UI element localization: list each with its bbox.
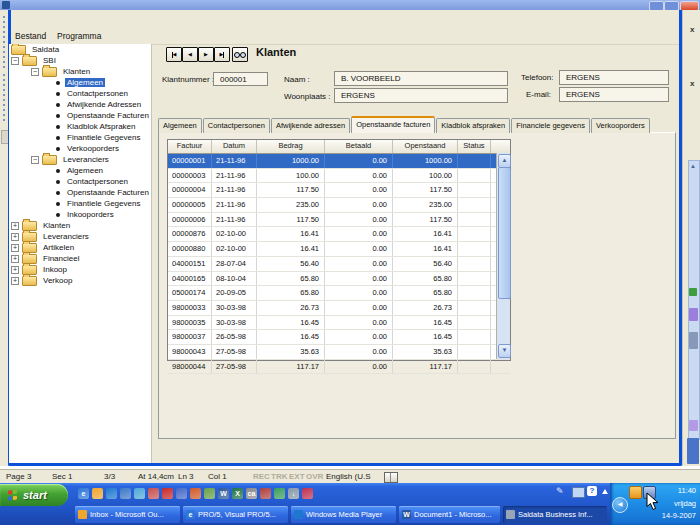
- statusbar-toggle-trk[interactable]: TRK: [271, 472, 287, 481]
- close-pane-icon[interactable]: x: [690, 26, 694, 34]
- quicklaunch-app-flag-icon[interactable]: [302, 488, 313, 499]
- tab-algemeen[interactable]: Algemeen: [158, 118, 202, 133]
- quicklaunch-word-icon[interactable]: W: [218, 488, 229, 499]
- quicklaunch-media-player-icon[interactable]: [106, 488, 117, 499]
- toolbar-handle[interactable]: [3, 16, 5, 68]
- quicklaunch-acrobat-reader-icon[interactable]: [162, 488, 173, 499]
- tab-financiele-gegevens[interactable]: Financiele gegevens: [511, 118, 590, 133]
- table-row[interactable]: 0000000421-11-96117.500.00117.50: [168, 183, 510, 198]
- quicklaunch-app-green-icon[interactable]: [204, 488, 215, 499]
- telefoon-field[interactable]: ERGENS: [559, 70, 669, 85]
- quicklaunch-internet-explorer-icon[interactable]: e: [78, 488, 89, 499]
- quicklaunch-console-icon[interactable]: ca: [246, 488, 257, 499]
- menu-bestand[interactable]: Bestand: [15, 31, 46, 41]
- column-header-betaald[interactable]: Betaald: [325, 140, 393, 153]
- quicklaunch-app-emerald-icon[interactable]: [274, 488, 285, 499]
- quicklaunch-app-red-doc-icon[interactable]: [148, 488, 159, 499]
- tree-item-verkoop[interactable]: +Verkoop: [9, 275, 151, 286]
- column-header-openstaand[interactable]: Openstaand: [393, 140, 458, 153]
- hidden-icons-arrow[interactable]: [602, 489, 608, 494]
- tab-verkooporders[interactable]: Verkooporders: [591, 118, 650, 133]
- table-row[interactable]: 0000087602-10-0016.410.0016.41: [168, 227, 510, 242]
- tree-item-sbi[interactable]: −SBI: [9, 55, 151, 66]
- tree-item-kladblok-afspraken[interactable]: Kladblok Afspraken: [9, 121, 151, 132]
- tree-item-afwijkende-adressen[interactable]: Afwijkende Adressen: [9, 99, 151, 110]
- taskbar-window-windows-media-player[interactable]: Windows Media Player: [291, 506, 396, 523]
- scroll-thumb[interactable]: [498, 167, 511, 299]
- table-row[interactable]: 0000000621-11-96117.500.00117.50: [168, 213, 510, 228]
- menu-programma[interactable]: Programma: [57, 31, 101, 41]
- expand-toggle-icon[interactable]: +: [11, 244, 19, 252]
- tree-item-openstaande-facturen[interactable]: Openstaande Facturen: [9, 110, 151, 121]
- tree-item-leveranciers[interactable]: +Leveranciers: [9, 231, 151, 242]
- taskbar-window-inbox-microsoft-ou-[interactable]: Inbox - Microsoft Ou...: [75, 506, 180, 523]
- statusbar-language[interactable]: English (U.S: [326, 472, 370, 481]
- quicklaunch-messenger-icon[interactable]: [120, 488, 131, 499]
- column-header-factuur[interactable]: Factuur: [168, 140, 212, 153]
- tray-collapse-chevron-icon[interactable]: ◀: [612, 497, 628, 513]
- quicklaunch-app-blue-icon[interactable]: [176, 488, 187, 499]
- tree-item-artikelen[interactable]: +Artikelen: [9, 242, 151, 253]
- collapse-toggle-icon[interactable]: −: [31, 156, 39, 164]
- collapse-toggle-icon[interactable]: −: [11, 57, 19, 65]
- quicklaunch-app-teal-doc-icon[interactable]: [134, 488, 145, 499]
- bg-scrollbar[interactable]: [688, 160, 700, 440]
- first-record-button[interactable]: ◀: [166, 47, 182, 62]
- naam-field[interactable]: B. VOORBEELD: [334, 71, 508, 86]
- tab-openstaande-facturen[interactable]: Openstaande facturen: [351, 116, 435, 133]
- tree-item-klanten[interactable]: −Klanten: [9, 66, 151, 77]
- tree-item-klanten[interactable]: +Klanten: [9, 220, 151, 231]
- taskbar-window-pro-5-visual-pro-5-[interactable]: ePRO/5, Visual PRO/5...: [183, 506, 288, 523]
- table-row[interactable]: 9800004427-05-98117.170.00117.17: [168, 360, 510, 375]
- previous-record-button[interactable]: ◀: [182, 47, 198, 62]
- tab-contactpersonen[interactable]: Contactpersonen: [203, 118, 270, 133]
- scroll-down-icon[interactable]: ▼: [498, 344, 511, 358]
- table-row[interactable]: 0400016508-10-0465.800.0065.80: [168, 272, 510, 287]
- email-field[interactable]: ERGENS: [559, 87, 669, 102]
- table-row[interactable]: 0400015128-07-0456.400.0056.40: [168, 257, 510, 272]
- scroll-up-icon[interactable]: ▲: [498, 154, 511, 168]
- tree-item-verkooporders[interactable]: Verkooporders: [9, 143, 151, 154]
- tree-item-algemeen[interactable]: Algemeen: [9, 77, 151, 88]
- tree-item-openstaande-facturen[interactable]: Openstaande Facturen: [9, 187, 151, 198]
- column-header-status[interactable]: Status: [458, 140, 491, 153]
- column-header-datum[interactable]: Datum: [212, 140, 257, 153]
- expand-toggle-icon[interactable]: +: [11, 266, 19, 274]
- quicklaunch-download-icon[interactable]: ↓: [288, 488, 299, 499]
- quicklaunch-outlook-icon[interactable]: [92, 488, 103, 499]
- table-row[interactable]: 0000000521-11-96235.000.00235.00: [168, 198, 510, 213]
- taskbar-window-saldata-business-inf-[interactable]: Saldata Business Inf...: [503, 506, 607, 523]
- help-icon[interactable]: ?: [587, 486, 597, 496]
- close-pane2-icon[interactable]: x: [690, 80, 694, 88]
- table-row[interactable]: 0000000321-11-96100.000.00100.00: [168, 169, 510, 184]
- tree-item-finantiele-gegevens[interactable]: Finantiele Gegevens: [9, 198, 151, 209]
- table-scrollbar[interactable]: ▲ ▼: [496, 153, 510, 359]
- toolbar-handle-2[interactable]: [3, 74, 5, 122]
- tree-item-finantiele-gegevens[interactable]: Finantiele Gegevens: [9, 132, 151, 143]
- tree-item-contactpersonen[interactable]: Contactpersonen: [9, 88, 151, 99]
- spellcheck-icon[interactable]: [384, 472, 398, 483]
- tree-item-algemeen[interactable]: Algemeen: [9, 165, 151, 176]
- tree-item-financieel[interactable]: +Financieel: [9, 253, 151, 264]
- tree-item-leveranciers[interactable]: −Leveranciers: [9, 154, 151, 165]
- bg-scroll-up-icon[interactable]: ▲: [689, 163, 697, 170]
- expand-toggle-icon[interactable]: +: [11, 255, 19, 263]
- column-header-bedrag[interactable]: Bedrag: [257, 140, 325, 153]
- taskbar-window-document1-microso-[interactable]: WDocument1 - Microso...: [399, 506, 500, 523]
- table-row[interactable]: 9800003530-03-9816.450.0016.45: [168, 316, 510, 331]
- statusbar-toggle-ovr[interactable]: OVR: [306, 472, 323, 481]
- tab-kladblok-afspraken[interactable]: Kladblok afspraken: [436, 118, 510, 133]
- table-row[interactable]: 9800003330-03-9826.730.0026.73: [168, 301, 510, 316]
- tree-item-contactpersonen[interactable]: Contactpersonen: [9, 176, 151, 187]
- next-record-button[interactable]: ▶: [198, 47, 214, 62]
- table-row[interactable]: 9800004327-05-9835.630.0035.63: [168, 345, 510, 360]
- expand-toggle-icon[interactable]: +: [11, 222, 19, 230]
- statusbar-toggle-ext[interactable]: EXT: [289, 472, 305, 481]
- tree-item-saldata[interactable]: Saldata: [9, 44, 151, 55]
- tab-afwijkende-adressen[interactable]: Afwijkende adressen: [271, 118, 350, 133]
- expand-toggle-icon[interactable]: +: [11, 233, 19, 241]
- table-row[interactable]: 0500017420-09-0565.800.0065.80: [168, 286, 510, 301]
- statusbar-toggle-rec[interactable]: REC: [253, 472, 270, 481]
- table-row[interactable]: 9800003726-05-9816.450.0016.45: [168, 330, 510, 345]
- woonplaats-field[interactable]: ERGENS: [334, 88, 508, 103]
